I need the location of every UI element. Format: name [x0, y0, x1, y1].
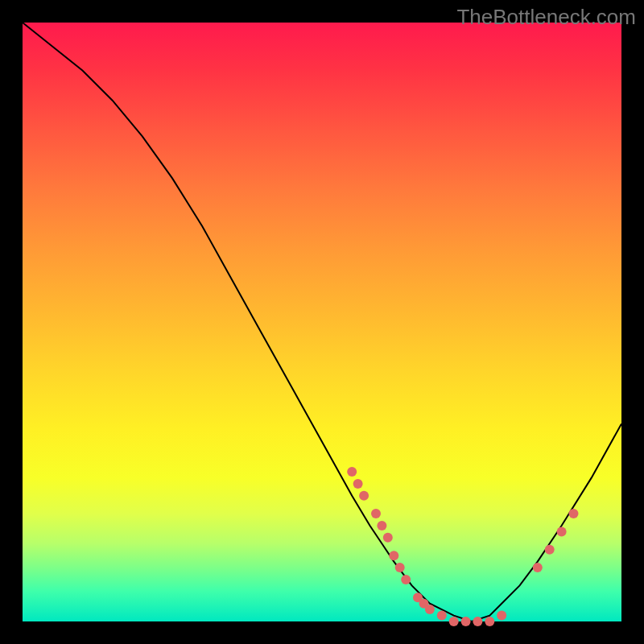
- scatter-points: [347, 467, 578, 626]
- data-point: [533, 563, 543, 572]
- data-point: [461, 617, 471, 626]
- data-point: [569, 509, 579, 518]
- data-point: [401, 575, 411, 584]
- data-point: [473, 617, 482, 626]
- data-point: [497, 611, 506, 621]
- data-point: [437, 611, 447, 621]
- data-point: [425, 605, 435, 614]
- data-point: [353, 479, 363, 489]
- data-point: [347, 467, 357, 477]
- bottleneck-curve: [23, 23, 621, 621]
- data-point: [389, 551, 398, 560]
- chart-overlay: [23, 23, 621, 621]
- data-point: [359, 491, 369, 501]
- data-point: [395, 563, 405, 572]
- data-point: [377, 521, 386, 530]
- data-point: [383, 533, 393, 543]
- data-point: [485, 617, 494, 626]
- data-point: [557, 526, 567, 536]
- data-point: [371, 509, 381, 518]
- data-point: [545, 545, 555, 555]
- data-point: [449, 617, 459, 626]
